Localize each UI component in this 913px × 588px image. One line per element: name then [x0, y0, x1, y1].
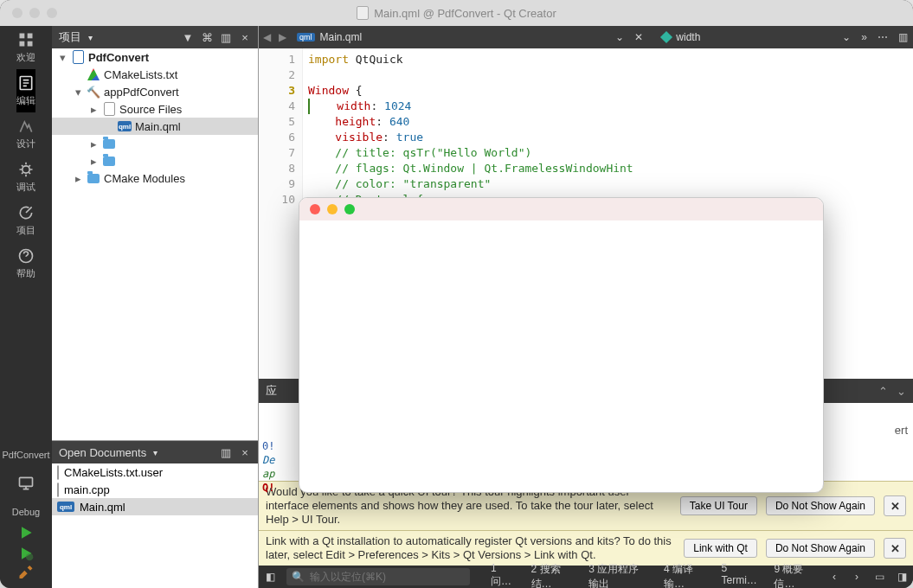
link-icon[interactable]: ⌘: [201, 31, 213, 43]
disclosure-icon[interactable]: ▸: [88, 103, 99, 116]
window-titlebar: Main.qml @ PdfConvert - Qt Creator: [0, 0, 913, 26]
right-sidebar-toggle-icon[interactable]: ◨: [890, 571, 913, 583]
tree-row[interactable]: ▸Source Files: [52, 100, 258, 118]
app-window-titlebar[interactable]: [299, 198, 823, 220]
output-tab[interactable]: 9 概要信…: [767, 562, 823, 588]
app-window-close-icon[interactable]: [310, 204, 320, 214]
output-line: Q!: [262, 481, 274, 495]
tree-row[interactable]: ▾PdfConvert: [52, 48, 258, 66]
sidebar-toggle-icon[interactable]: ◧: [259, 571, 281, 583]
app-window-zoom-icon[interactable]: [344, 204, 355, 214]
build-mode-label[interactable]: Debug: [12, 505, 40, 519]
output-line: De: [262, 453, 274, 467]
locator-input[interactable]: [308, 570, 465, 584]
open-doc-row[interactable]: CMakeLists.txt.user: [52, 463, 258, 481]
mode-design[interactable]: 设计: [16, 112, 35, 156]
do-not-show-again-button[interactable]: Do Not Show Again: [766, 496, 875, 515]
output-tab-label[interactable]: 应: [266, 383, 277, 399]
run-debug-icon[interactable]: [17, 545, 35, 562]
locator[interactable]: 🔍: [286, 568, 470, 585]
run-icon[interactable]: [17, 524, 35, 541]
editor-close-icon[interactable]: ✕: [629, 31, 648, 43]
output-right-label: ert: [895, 424, 908, 437]
tree-label: PdfConvert: [88, 51, 149, 64]
output-tab[interactable]: 3 应用程序输出: [582, 562, 655, 588]
file-crumb[interactable]: qml Main.qml: [290, 26, 369, 48]
qml-badge-icon: qml: [297, 33, 315, 42]
mode-projects[interactable]: 项目: [16, 199, 35, 242]
tree-row[interactable]: ▸CMake Modules: [52, 169, 258, 187]
output-prev-icon[interactable]: ‹: [823, 571, 845, 583]
output-next-icon[interactable]: ›: [845, 571, 868, 583]
svg-rect-2: [20, 42, 25, 47]
open-docs-title[interactable]: Open Documents: [59, 446, 146, 459]
output-tab[interactable]: 1 问…: [484, 562, 523, 588]
editor-toolbar: ◀ ▶ qml Main.qml ⌄ ✕ width ⌄ » ⋯ ▥: [259, 26, 913, 48]
tree-row[interactable]: ▾🔨appPdfConvert: [52, 83, 258, 100]
tree-label: CMakeLists.txt: [104, 68, 177, 81]
svg-rect-7: [20, 477, 33, 486]
file-crumb-drop-icon[interactable]: ⌄: [610, 31, 629, 43]
disclosure-icon[interactable]: ▾: [73, 86, 83, 99]
mode-debug[interactable]: 调试: [16, 156, 35, 199]
do-not-show-again-button-2[interactable]: Do Not Show Again: [766, 539, 875, 558]
progress-icon[interactable]: ▭: [868, 571, 890, 583]
symbol-crumb-drop-icon[interactable]: ⌄: [837, 31, 856, 43]
nav-fwd-icon[interactable]: ▶: [274, 31, 290, 43]
open-docs-list[interactable]: CMakeLists.txt.usermain.cppqmlMain.qml: [52, 463, 258, 588]
tree-row[interactable]: CMakeLists.txt: [52, 66, 258, 83]
crumb-prop-label: width: [676, 31, 700, 43]
tree-label: appPdfConvert: [104, 86, 179, 99]
cmake-icon: [87, 67, 100, 81]
add-split-icon[interactable]: ▥: [220, 31, 232, 43]
panel-close-icon[interactable]: ×: [239, 31, 251, 43]
tree-row[interactable]: ▸: [52, 135, 258, 152]
target-monitor-icon[interactable]: [0, 462, 52, 505]
qml-icon: qml: [57, 502, 74, 512]
editor-menu-icon[interactable]: ⋯: [872, 31, 893, 43]
notify-close-icon[interactable]: ✕: [884, 495, 906, 516]
symbol-crumb[interactable]: width: [655, 26, 707, 48]
file-icon: [57, 483, 59, 496]
open-docs-split-icon[interactable]: ▥: [220, 446, 232, 458]
tree-row[interactable]: ▸: [52, 152, 258, 169]
mode-edit[interactable]: 编辑: [16, 69, 35, 112]
output-tab[interactable]: 4 编译输…: [657, 562, 713, 588]
editor-more-icon[interactable]: »: [856, 31, 872, 43]
running-app-window[interactable]: [299, 197, 824, 493]
output-up-icon[interactable]: ⌃: [878, 385, 888, 398]
editor-split-icon[interactable]: ▥: [893, 31, 913, 43]
folder-icon: [102, 137, 116, 150]
tree-row[interactable]: qmlMain.qml: [52, 118, 258, 135]
mode-welcome[interactable]: 欢迎: [16, 26, 35, 69]
project-tree[interactable]: ▾PdfConvertCMakeLists.txt▾🔨appPdfConvert…: [52, 48, 258, 440]
file-icon: [57, 466, 59, 479]
open-docs-close-icon[interactable]: ×: [239, 446, 251, 458]
disclosure-icon[interactable]: ▸: [88, 137, 99, 150]
file-icon: [102, 102, 116, 116]
svg-rect-1: [28, 34, 33, 39]
notify-close-icon-2[interactable]: ✕: [884, 538, 906, 559]
tree-label: CMake Modules: [104, 172, 185, 185]
build-icon[interactable]: [17, 566, 35, 583]
open-doc-row[interactable]: main.cpp: [52, 481, 258, 498]
disclosure-icon[interactable]: ▸: [88, 155, 99, 168]
open-doc-row[interactable]: qmlMain.qml: [52, 498, 258, 515]
output-down-icon[interactable]: ⌄: [897, 385, 906, 398]
project-panel-title[interactable]: 项目: [59, 29, 81, 45]
open-doc-label: main.cpp: [64, 483, 110, 496]
disclosure-icon[interactable]: ▸: [73, 172, 83, 185]
app-window-min-icon[interactable]: [327, 204, 338, 214]
qml-icon: qml: [118, 119, 132, 133]
kit-selector-label[interactable]: PdfConvert: [2, 448, 49, 462]
mode-help[interactable]: 帮助: [16, 242, 35, 285]
disclosure-icon[interactable]: ▾: [57, 51, 68, 64]
output-tab[interactable]: 5 Termi…: [715, 562, 766, 588]
open-doc-label: CMakeLists.txt.user: [64, 466, 163, 479]
take-ui-tour-button[interactable]: Take UI Tour: [680, 496, 757, 515]
filter-icon[interactable]: ▼: [182, 31, 194, 43]
output-tab[interactable]: 2 搜索结…: [524, 562, 581, 588]
window-title: Main.qml @ PdfConvert - Qt Creator: [374, 7, 556, 20]
link-with-qt-button[interactable]: Link with Qt: [684, 539, 757, 558]
nav-back-icon[interactable]: ◀: [259, 31, 274, 43]
